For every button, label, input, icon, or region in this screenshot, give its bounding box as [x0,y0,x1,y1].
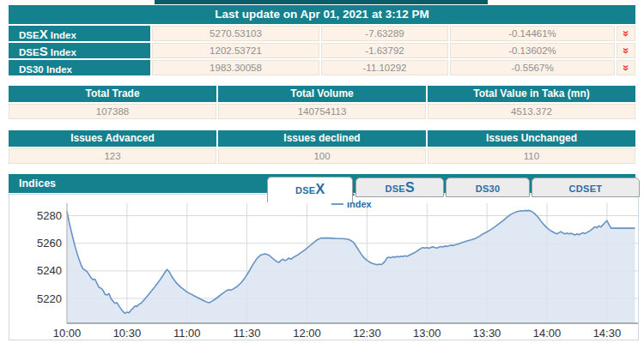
issues-advanced-value: 123 [9,148,216,164]
svg-text:11:30: 11:30 [234,327,261,340]
index-row-dsex: DSEX Index 5270.53103 -7.63289 -0.14461%… [9,26,635,41]
index-expand-cell[interactable]: » [617,60,635,75]
double-down-arrow-icon[interactable]: » [619,47,632,52]
top-dark-strip [155,0,488,4]
tab-dsex[interactable]: DSEX [267,177,353,202]
issues-declined-header: Issues declined [218,130,426,147]
issues-table: Issues Advanced Issues declined Issues U… [9,130,635,164]
last-update-banner: Last update on Apr 01, 2021 at 3:12 PM [9,5,635,24]
index-value: 1202.53721 [152,43,319,58]
svg-text:10:30: 10:30 [113,327,142,340]
totals-table: Total Trade Total Volume Total Value in … [9,86,635,119]
svg-text:13:30: 13:30 [473,327,501,340]
svg-text:12:30: 12:30 [353,327,381,340]
total-value-header: Total Value in Taka (mn) [428,86,635,102]
total-trade-value: 107388 [9,104,216,119]
svg-text:5260: 5260 [37,237,62,250]
index-chart-panel: DSE Broad Index Index 10:0010:3011:0011:… [9,194,639,340]
index-change: -7.63289 [321,26,448,41]
index-change-percent: -0.13602% [450,43,615,58]
issues-unchanged-value: 110 [428,148,635,164]
index-expand-cell[interactable]: » [617,43,635,58]
index-value: 5270.53103 [152,26,319,41]
issues-declined-value: 100 [218,148,426,164]
index-summary-rows: DSEX Index 5270.53103 -7.63289 -0.14461%… [9,26,635,75]
index-row-dses: DSES Index 1202.53721 -1.63792 -0.13602%… [9,43,635,58]
index-expand-cell[interactable]: » [617,26,635,41]
svg-text:5240: 5240 [37,264,62,277]
index-value: 1983.30058 [152,60,319,75]
svg-text:5220: 5220 [37,292,62,305]
svg-text:13:00: 13:00 [413,327,441,340]
total-volume-header: Total Volume [218,86,426,102]
tab-cdset[interactable]: CDSET [532,178,640,197]
index-change-percent: -0.5567% [450,60,615,75]
total-trade-header: Total Trade [9,86,216,102]
legend-line-swatch-icon [331,203,343,205]
index-name-label: DSEX Index [9,26,150,41]
svg-text:14:00: 14:00 [533,327,562,340]
issues-unchanged-header: Issues Unchanged [428,130,635,147]
index-change-percent: -0.14461% [450,26,615,41]
index-change: -11.10292 [321,60,448,75]
total-volume-value: 140754113 [218,104,426,119]
index-name-label: DSES Index [9,43,150,58]
svg-text:5280: 5280 [37,209,62,222]
tab-dses[interactable]: DSES [355,178,444,197]
svg-text:12:00: 12:00 [293,327,321,340]
svg-text:14:30: 14:30 [593,327,622,340]
total-value-value: 4513.372 [428,104,635,119]
index-row-ds30: DS30 Index 1983.30058 -11.10292 -0.5567%… [9,60,635,75]
chart-plot-area[interactable]: 10:0010:3011:0011:3012:0012:3013:0013:30… [9,195,638,340]
double-down-arrow-icon[interactable]: » [619,64,632,69]
tab-ds30[interactable]: DS30 [446,178,530,197]
issues-advanced-header: Issues Advanced [9,130,216,147]
index-change: -1.63792 [321,43,448,58]
svg-text:10:00: 10:00 [53,327,82,340]
double-down-arrow-icon[interactable]: » [619,30,632,35]
svg-text:11:00: 11:00 [173,327,201,340]
index-name-label: DS30 Index [9,60,150,75]
